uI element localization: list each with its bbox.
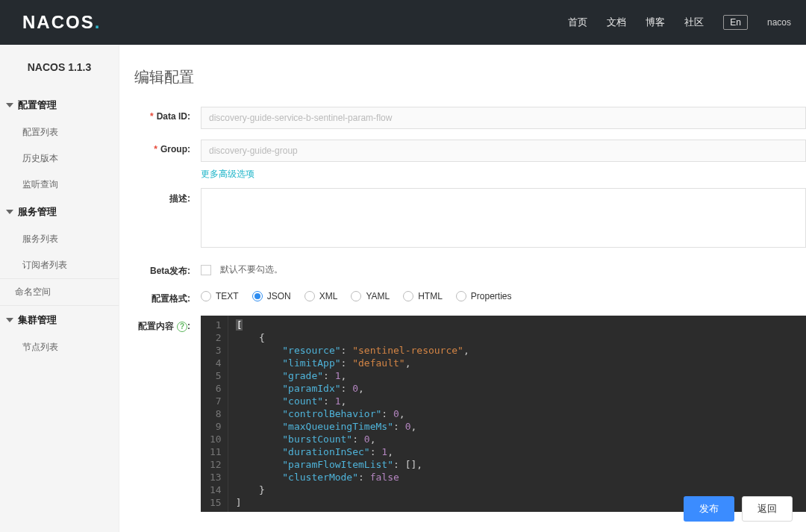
publish-button[interactable]: 发布 [684, 496, 734, 522]
sidebar-group-cluster: 集群管理 节点列表 [0, 306, 119, 360]
sidebar-item-subscribers[interactable]: 订阅者列表 [0, 252, 119, 278]
label-data-id: *Data ID: [134, 107, 190, 122]
logo: NACOS. [22, 12, 101, 33]
label-format: 配置格式: [134, 288, 190, 305]
sidebar-item-history[interactable]: 历史版本 [0, 145, 119, 172]
radio-format-json[interactable]: JSON [252, 291, 291, 301]
radio-format-xml[interactable]: XML [304, 291, 338, 301]
help-icon[interactable]: ? [177, 322, 187, 332]
input-desc[interactable] [201, 188, 806, 248]
top-nav: 首页 文档 博客 社区 En nacos [568, 15, 791, 30]
checkbox-beta[interactable] [201, 265, 211, 275]
code-editor[interactable]: 123456789101112131415 [ { "resource": "s… [201, 316, 806, 512]
input-group[interactable] [201, 140, 806, 162]
top-header: NACOS. 首页 文档 博客 社区 En nacos [0, 0, 806, 45]
editor-gutter: 123456789101112131415 [201, 316, 228, 512]
footer-actions: 发布 返回 [684, 496, 793, 522]
user-label: nacos [767, 17, 791, 28]
advanced-options-link[interactable]: 更多高级选项 [201, 169, 254, 179]
editor-code[interactable]: [ { "resource": "sentinel-resource", "li… [228, 316, 477, 512]
lang-toggle[interactable]: En [723, 15, 748, 30]
radio-icon [304, 291, 315, 301]
logo-text: NACOS [22, 12, 95, 32]
sidebar-group-service-title[interactable]: 服务管理 [0, 198, 119, 226]
radio-icon [201, 291, 211, 301]
sidebar-item-namespace[interactable]: 命名空间 [0, 278, 119, 306]
radio-icon [403, 291, 413, 301]
sidebar-item-nodes[interactable]: 节点列表 [0, 334, 119, 360]
chevron-down-icon [6, 210, 13, 214]
back-button[interactable]: 返回 [742, 496, 793, 522]
sidebar-group-config-title[interactable]: 配置管理 [0, 91, 119, 119]
chevron-down-icon [6, 103, 13, 107]
radio-group-format: TEXTJSONXMLYAMLHTMLProperties [201, 288, 806, 301]
sidebar: NACOS 1.1.3 配置管理 配置列表 历史版本 监听查询 服务管理 服务列… [0, 45, 119, 532]
nav-blog[interactable]: 博客 [646, 16, 665, 29]
page-title: 编辑配置 [134, 67, 806, 87]
sidebar-item-service-list[interactable]: 服务列表 [0, 226, 119, 252]
radio-format-text[interactable]: TEXT [201, 291, 239, 301]
input-data-id[interactable] [201, 107, 806, 129]
nav-docs[interactable]: 文档 [607, 16, 626, 29]
radio-icon [351, 291, 361, 301]
sidebar-group-service: 服务管理 服务列表 订阅者列表 [0, 198, 119, 278]
radio-format-html[interactable]: HTML [403, 291, 443, 301]
sidebar-item-listener[interactable]: 监听查询 [0, 172, 119, 198]
radio-format-yaml[interactable]: YAML [351, 291, 390, 301]
nav-community[interactable]: 社区 [684, 16, 704, 29]
label-group: *Group: [134, 140, 190, 154]
radio-format-properties[interactable]: Properties [456, 291, 512, 301]
sidebar-version: NACOS 1.1.3 [0, 61, 119, 91]
sidebar-group-cluster-title[interactable]: 集群管理 [0, 306, 119, 334]
beta-hint: 默认不要勾选。 [220, 264, 283, 275]
logo-dot: . [95, 12, 101, 32]
radio-icon [456, 291, 466, 301]
main-content: 编辑配置 *Data ID: *Group: 更多高级选项 描述: Beta发布… [119, 45, 806, 532]
radio-icon [252, 291, 263, 301]
nav-home[interactable]: 首页 [568, 16, 587, 29]
label-desc: 描述: [134, 188, 190, 205]
label-content: 配置内容?: [134, 316, 190, 333]
label-beta: Beta发布: [134, 260, 190, 278]
sidebar-item-config-list[interactable]: 配置列表 [0, 119, 119, 145]
chevron-down-icon [6, 318, 13, 322]
sidebar-group-config: 配置管理 配置列表 历史版本 监听查询 [0, 91, 119, 198]
